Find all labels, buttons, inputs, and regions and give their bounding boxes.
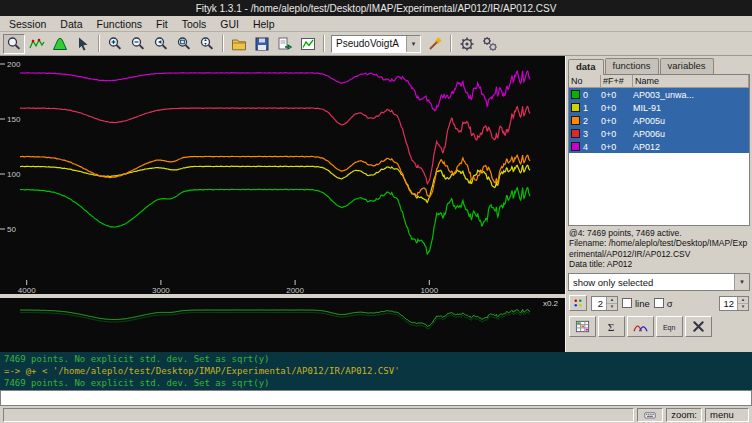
sigma-checkbox[interactable]: σ	[654, 298, 673, 309]
toolbar: PseudoVoigtA▼	[0, 32, 752, 56]
toolbar-separator	[450, 35, 452, 52]
tab-data[interactable]: data	[568, 59, 604, 75]
tab-variables[interactable]: variables	[660, 58, 714, 74]
dataset-row[interactable]: 20+0AP005u	[569, 114, 749, 127]
previous-zoom-button[interactable]	[150, 34, 172, 54]
open-data-button[interactable]	[228, 34, 250, 54]
continue-fit-button[interactable]	[479, 34, 501, 54]
spinner-arrows-icon[interactable]: ▲▼	[606, 297, 617, 310]
chevron-down-icon[interactable]: ▼	[406, 36, 420, 52]
output-console[interactable]: 7469 points. No explicit std. dev. Set a…	[0, 352, 752, 390]
status-message	[3, 408, 634, 422]
fityk-window: Fityk 1.3.1 - /home/aleplo/test/Desktop/…	[0, 0, 752, 423]
console-line: =-> @+ < '/home/aleplo/test/Desktop/IMAP…	[4, 365, 748, 377]
window-title: Fityk 1.3.1 - /home/aleplo/test/Desktop/…	[196, 3, 557, 14]
main-plot[interactable]: 200150100504000300020001000	[0, 56, 565, 294]
dataset-color-swatch[interactable]	[571, 129, 580, 138]
dataset-rows: 00+0AP003_unwa...10+0MIL-9120+0AP005u30+…	[569, 88, 749, 225]
show-functions-button[interactable]	[627, 316, 654, 337]
dataset-info-line: @4: 7469 points, 7469 active.	[569, 228, 749, 238]
equation-button[interactable]: Eqn	[656, 316, 683, 337]
show-data-table-button[interactable]	[569, 316, 596, 337]
dataset-info-line: Filename: /home/aleplo/test/Desktop/IMAP…	[569, 238, 749, 259]
dataset-number: 1	[583, 103, 601, 113]
chevron-down-icon[interactable]: ▼	[734, 274, 749, 290]
point-size-value: 2	[592, 297, 606, 310]
main-plot-canvas[interactable]: 200150100504000300020001000	[0, 56, 565, 294]
dataset-list[interactable]: No#F+#Name 00+0AP003_unwa...10+0MIL-9120…	[568, 74, 750, 226]
dataset-info-line: Data title: AP012	[569, 259, 749, 269]
svg-text:50: 50	[7, 225, 16, 234]
dataset-row[interactable]: 30+0AP006u	[569, 127, 749, 140]
svg-text:4000: 4000	[18, 286, 36, 294]
checkbox-box[interactable]	[654, 298, 664, 308]
menu-tools[interactable]: Tools	[175, 17, 214, 31]
save-image-button[interactable]	[297, 34, 319, 54]
export-icon	[277, 36, 293, 52]
mode-data-range-button[interactable]	[26, 34, 48, 54]
pointer-icon	[75, 36, 91, 52]
mag-plus-icon	[107, 36, 123, 52]
dataset-row[interactable]: 40+0AP012	[569, 140, 749, 153]
dataset-color-swatch[interactable]	[571, 90, 580, 99]
tab-functions[interactable]: functions	[605, 58, 659, 74]
column-header-f[interactable]: #F+#	[601, 75, 633, 87]
dataset-color-swatch[interactable]	[571, 103, 580, 112]
svg-text:3000: 3000	[152, 286, 170, 294]
mag-all-icon	[176, 36, 192, 52]
mode-activate-data-button[interactable]	[72, 34, 94, 54]
menu-data[interactable]: Data	[53, 17, 89, 31]
range-icon	[29, 36, 45, 52]
console-line: 7469 points. No explicit std. dev. Set a…	[4, 353, 748, 365]
dataset-color-swatch[interactable]	[571, 142, 580, 151]
aux-plot-canvas[interactable]	[0, 298, 565, 352]
sigma-icon: Σ	[604, 319, 619, 334]
aux-scale-label: x0.2	[543, 299, 558, 308]
command-input[interactable]	[0, 390, 752, 406]
menu-fit[interactable]: Fit	[149, 17, 175, 31]
export-data-button[interactable]	[274, 34, 296, 54]
column-header-no[interactable]: No	[569, 75, 601, 87]
zoom-out-button[interactable]	[127, 34, 149, 54]
dataset-name: AP005u	[633, 116, 749, 126]
run-fit-button[interactable]	[456, 34, 478, 54]
peak-type-dropdown[interactable]: PseudoVoigtA▼	[331, 35, 421, 53]
point-size-spinner[interactable]: 2 ▲▼	[591, 296, 618, 311]
spinner-arrows-icon[interactable]: ▲▼	[737, 297, 748, 310]
zoom-in-button[interactable]	[104, 34, 126, 54]
point-style-button[interactable]	[569, 295, 587, 311]
menu-help[interactable]: Help	[246, 17, 282, 31]
svg-text:100: 100	[7, 170, 21, 179]
mode-add-peak-button[interactable]	[49, 34, 71, 54]
aux-plot[interactable]: x0.2	[0, 298, 565, 352]
shift-spinner[interactable]: 12 ▲▼	[719, 296, 749, 311]
menu-gui[interactable]: GUI	[213, 17, 246, 31]
column-header-name[interactable]: Name	[633, 75, 749, 87]
eqn-icon: Eqn	[662, 319, 677, 334]
status-menu[interactable]: menu	[705, 408, 749, 422]
line-checkbox[interactable]: line	[622, 298, 650, 309]
mag-icon	[6, 36, 22, 52]
overlap-icon	[633, 319, 648, 334]
dataset-color-swatch[interactable]	[571, 116, 580, 125]
status-zoom: zoom:	[666, 408, 702, 422]
zoom-all-button[interactable]	[173, 34, 195, 54]
dataset-row[interactable]: 00+0AP003_unwa...	[569, 88, 749, 101]
sum-functions-button[interactable]: Σ	[598, 316, 625, 337]
dataset-number: 3	[583, 129, 601, 139]
filter-dropdown[interactable]: show only selected ▼	[568, 273, 750, 291]
auto-add-peak-button[interactable]	[424, 34, 446, 54]
dataset-fcount: 0+0	[601, 129, 633, 139]
delete-dataset-button[interactable]	[685, 316, 712, 337]
menu-session[interactable]: Session	[2, 17, 53, 31]
mode-zoom-button[interactable]	[3, 34, 25, 54]
statusbar: zoom: menu	[0, 406, 752, 423]
menu-functions[interactable]: Functions	[90, 17, 150, 31]
grid-icon	[575, 319, 590, 334]
save-session-button[interactable]	[251, 34, 273, 54]
sidebar: datafunctionsvariables No#F+#Name 00+0AP…	[565, 56, 752, 352]
checkbox-box[interactable]	[622, 298, 632, 308]
dataset-row[interactable]: 10+0MIL-91	[569, 101, 749, 114]
zoom-vertical-button[interactable]	[196, 34, 218, 54]
main-area: 200150100504000300020001000 x0.2 datafun…	[0, 56, 752, 352]
